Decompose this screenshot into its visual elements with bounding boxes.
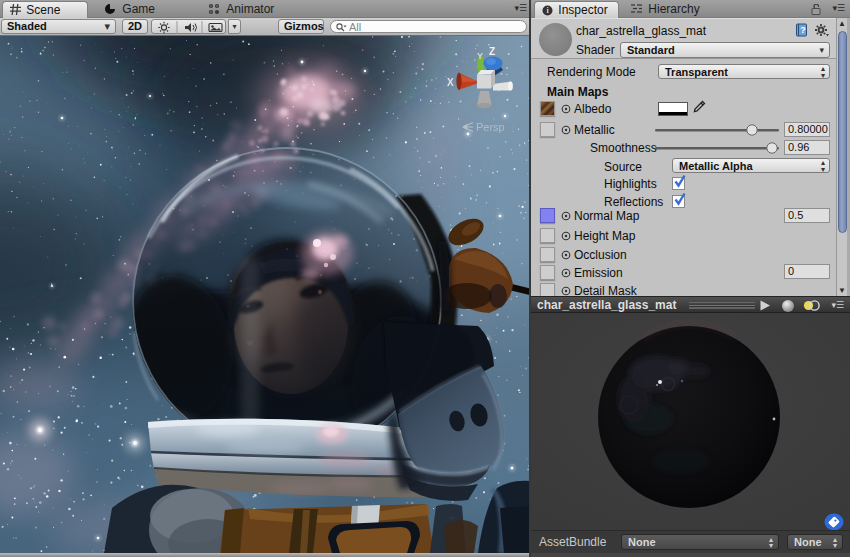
svg-text:Y: Y [477,51,483,61]
svg-text:Persp: Persp [476,121,505,133]
svg-text:?: ? [800,25,806,35]
svg-text:X: X [447,77,454,88]
svg-text:Z: Z [489,46,495,57]
